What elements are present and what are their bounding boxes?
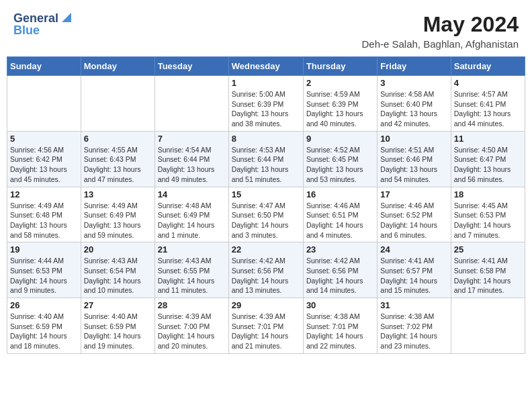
day-number: 17 bbox=[380, 189, 447, 199]
day-number: 22 bbox=[232, 244, 300, 255]
calendar-cell: 9Sunrise: 4:52 AMSunset: 6:45 PMDaylight… bbox=[303, 131, 377, 187]
day-info: Sunrise: 4:56 AMSunset: 6:42 PMDaylight:… bbox=[10, 145, 78, 185]
day-info: Sunrise: 4:50 AMSunset: 6:47 PMDaylight:… bbox=[454, 145, 522, 185]
calendar-cell: 10Sunrise: 4:51 AMSunset: 6:46 PMDayligh… bbox=[378, 131, 451, 187]
weekday-header-row: SundayMondayTuesdayWednesdayThursdayFrid… bbox=[7, 57, 525, 76]
calendar-week-row: 12Sunrise: 4:49 AMSunset: 6:48 PMDayligh… bbox=[7, 187, 525, 242]
day-number: 16 bbox=[306, 189, 374, 199]
calendar-week-row: 26Sunrise: 4:40 AMSunset: 6:59 PMDayligh… bbox=[7, 298, 525, 354]
day-number: 4 bbox=[454, 78, 522, 88]
calendar-cell: 28Sunrise: 4:39 AMSunset: 7:00 PMDayligh… bbox=[154, 298, 228, 354]
day-info: Sunrise: 4:49 AMSunset: 6:48 PMDaylight:… bbox=[10, 201, 78, 240]
day-number: 11 bbox=[454, 134, 522, 144]
weekday-header: Thursday bbox=[303, 57, 377, 76]
calendar-cell: 8Sunrise: 4:53 AMSunset: 6:44 PMDaylight… bbox=[228, 131, 303, 187]
calendar-week-row: 1Sunrise: 5:00 AMSunset: 6:39 PMDaylight… bbox=[7, 76, 525, 132]
day-info: Sunrise: 4:49 AMSunset: 6:49 PMDaylight:… bbox=[84, 201, 152, 240]
title-block: May 2024 Deh-e Salah, Baghlan, Afghanist… bbox=[361, 12, 519, 50]
day-info: Sunrise: 4:40 AMSunset: 6:59 PMDaylight:… bbox=[10, 312, 78, 351]
calendar-cell: 29Sunrise: 4:39 AMSunset: 7:01 PMDayligh… bbox=[228, 298, 303, 354]
calendar-cell: 24Sunrise: 4:41 AMSunset: 6:57 PMDayligh… bbox=[378, 242, 451, 298]
weekday-header: Tuesday bbox=[154, 57, 228, 76]
day-number: 29 bbox=[232, 300, 300, 310]
calendar-cell bbox=[7, 76, 81, 132]
svg-marker-0 bbox=[62, 13, 71, 22]
calendar-table: SundayMondayTuesdayWednesdayThursdayFrid… bbox=[7, 56, 525, 354]
calendar-cell bbox=[451, 298, 525, 354]
calendar-week-row: 19Sunrise: 4:44 AMSunset: 6:53 PMDayligh… bbox=[7, 242, 525, 298]
day-number: 9 bbox=[306, 134, 374, 144]
day-number: 19 bbox=[10, 244, 78, 255]
day-number: 14 bbox=[158, 189, 226, 199]
day-number: 24 bbox=[380, 244, 447, 255]
day-info: Sunrise: 4:40 AMSunset: 6:59 PMDaylight:… bbox=[84, 312, 152, 351]
day-number: 21 bbox=[158, 244, 226, 255]
day-info: Sunrise: 5:00 AMSunset: 6:39 PMDaylight:… bbox=[232, 89, 300, 129]
calendar-cell: 31Sunrise: 4:38 AMSunset: 7:02 PMDayligh… bbox=[378, 298, 451, 354]
day-info: Sunrise: 4:43 AMSunset: 6:55 PMDaylight:… bbox=[158, 256, 226, 295]
calendar-cell: 4Sunrise: 4:57 AMSunset: 6:41 PMDaylight… bbox=[451, 76, 525, 132]
day-info: Sunrise: 4:46 AMSunset: 6:51 PMDaylight:… bbox=[306, 201, 374, 240]
day-number: 20 bbox=[84, 244, 152, 255]
calendar-cell: 6Sunrise: 4:55 AMSunset: 6:43 PMDaylight… bbox=[81, 131, 154, 187]
weekday-header: Monday bbox=[81, 57, 154, 76]
calendar-cell: 23Sunrise: 4:42 AMSunset: 6:56 PMDayligh… bbox=[303, 242, 377, 298]
calendar-cell: 15Sunrise: 4:47 AMSunset: 6:50 PMDayligh… bbox=[228, 187, 303, 242]
day-info: Sunrise: 4:53 AMSunset: 6:44 PMDaylight:… bbox=[232, 145, 300, 185]
day-info: Sunrise: 4:38 AMSunset: 7:01 PMDaylight:… bbox=[306, 312, 374, 351]
day-number: 25 bbox=[454, 244, 522, 255]
calendar-cell: 14Sunrise: 4:48 AMSunset: 6:49 PMDayligh… bbox=[154, 187, 228, 242]
calendar-cell: 3Sunrise: 4:58 AMSunset: 6:40 PMDaylight… bbox=[378, 76, 451, 132]
weekday-header: Wednesday bbox=[228, 57, 303, 76]
weekday-header: Friday bbox=[378, 57, 451, 76]
calendar-cell: 5Sunrise: 4:56 AMSunset: 6:42 PMDaylight… bbox=[7, 131, 81, 187]
day-number: 27 bbox=[84, 300, 152, 310]
day-number: 31 bbox=[380, 300, 447, 310]
calendar-cell: 17Sunrise: 4:46 AMSunset: 6:52 PMDayligh… bbox=[378, 187, 451, 242]
day-number: 10 bbox=[380, 134, 447, 144]
weekday-header: Sunday bbox=[7, 57, 81, 76]
calendar-cell: 19Sunrise: 4:44 AMSunset: 6:53 PMDayligh… bbox=[7, 242, 81, 298]
day-info: Sunrise: 4:44 AMSunset: 6:53 PMDaylight:… bbox=[10, 256, 78, 295]
logo-icon bbox=[59, 10, 74, 25]
calendar-cell: 12Sunrise: 4:49 AMSunset: 6:48 PMDayligh… bbox=[7, 187, 81, 242]
day-number: 2 bbox=[306, 78, 374, 88]
day-info: Sunrise: 4:48 AMSunset: 6:49 PMDaylight:… bbox=[158, 201, 226, 240]
weekday-header: Saturday bbox=[451, 57, 525, 76]
day-info: Sunrise: 4:38 AMSunset: 7:02 PMDaylight:… bbox=[380, 312, 447, 351]
day-number: 15 bbox=[232, 189, 300, 199]
day-info: Sunrise: 4:42 AMSunset: 6:56 PMDaylight:… bbox=[232, 256, 300, 295]
day-info: Sunrise: 4:45 AMSunset: 6:53 PMDaylight:… bbox=[454, 201, 522, 240]
day-info: Sunrise: 4:42 AMSunset: 6:56 PMDaylight:… bbox=[306, 256, 374, 295]
day-number: 5 bbox=[10, 134, 78, 144]
day-info: Sunrise: 4:39 AMSunset: 7:01 PMDaylight:… bbox=[232, 312, 300, 351]
logo: General Blue bbox=[13, 12, 74, 38]
month-title: May 2024 bbox=[361, 12, 519, 37]
day-info: Sunrise: 4:52 AMSunset: 6:45 PMDaylight:… bbox=[306, 145, 374, 185]
day-number: 28 bbox=[158, 300, 226, 310]
calendar-cell bbox=[81, 76, 154, 132]
day-info: Sunrise: 4:46 AMSunset: 6:52 PMDaylight:… bbox=[380, 201, 447, 240]
calendar-week-row: 5Sunrise: 4:56 AMSunset: 6:42 PMDaylight… bbox=[7, 131, 525, 187]
day-info: Sunrise: 4:55 AMSunset: 6:43 PMDaylight:… bbox=[84, 145, 152, 185]
day-number: 6 bbox=[84, 134, 152, 144]
day-number: 1 bbox=[232, 78, 300, 88]
day-info: Sunrise: 4:51 AMSunset: 6:46 PMDaylight:… bbox=[380, 145, 447, 185]
calendar-cell: 20Sunrise: 4:43 AMSunset: 6:54 PMDayligh… bbox=[81, 242, 154, 298]
calendar-cell: 27Sunrise: 4:40 AMSunset: 6:59 PMDayligh… bbox=[81, 298, 154, 354]
day-number: 18 bbox=[454, 189, 522, 199]
calendar-cell: 16Sunrise: 4:46 AMSunset: 6:51 PMDayligh… bbox=[303, 187, 377, 242]
day-info: Sunrise: 4:54 AMSunset: 6:44 PMDaylight:… bbox=[158, 145, 226, 185]
calendar-cell: 30Sunrise: 4:38 AMSunset: 7:01 PMDayligh… bbox=[303, 298, 377, 354]
calendar-cell: 2Sunrise: 4:59 AMSunset: 6:39 PMDaylight… bbox=[303, 76, 377, 132]
day-info: Sunrise: 4:59 AMSunset: 6:39 PMDaylight:… bbox=[306, 89, 374, 129]
day-number: 12 bbox=[10, 189, 78, 199]
day-number: 7 bbox=[158, 134, 226, 144]
day-info: Sunrise: 4:47 AMSunset: 6:50 PMDaylight:… bbox=[232, 201, 300, 240]
calendar-cell: 13Sunrise: 4:49 AMSunset: 6:49 PMDayligh… bbox=[81, 187, 154, 242]
day-number: 30 bbox=[306, 300, 374, 310]
day-number: 8 bbox=[232, 134, 300, 144]
day-number: 3 bbox=[380, 78, 447, 88]
day-info: Sunrise: 4:57 AMSunset: 6:41 PMDaylight:… bbox=[454, 89, 522, 129]
logo-subtext: Blue bbox=[13, 24, 74, 38]
